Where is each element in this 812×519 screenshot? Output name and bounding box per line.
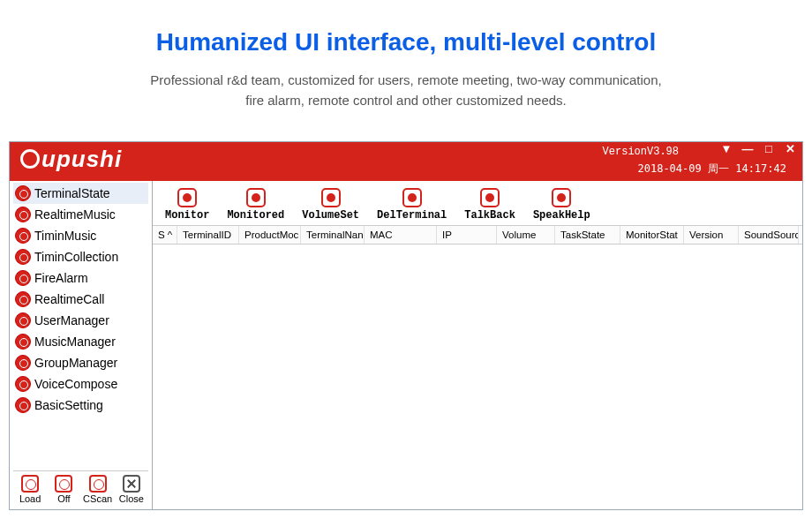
column-header-taskstate[interactable]: TaskState	[555, 226, 620, 244]
column-header-ip[interactable]: IP	[437, 226, 497, 244]
sidebar-bottom-bar: LoadOffCScanClose	[13, 470, 148, 508]
monitored-icon	[246, 188, 266, 207]
hero-sub-line1: Professional r&d team, customized for us…	[150, 72, 661, 87]
close-icon	[123, 475, 140, 493]
groupmanager-icon	[15, 355, 31, 371]
toolbar-volumeset-button[interactable]: VolumeSet	[302, 188, 359, 222]
sidebar-item-label: RealtimeMusic	[34, 207, 116, 222]
bottom-close-button[interactable]: Close	[117, 475, 147, 504]
column-header-terminalid[interactable]: TerminalID	[177, 226, 239, 244]
sidebar-item-label: RealtimeCall	[34, 292, 104, 306]
sidebar-item-realtimecall[interactable]: RealtimeCall	[13, 289, 148, 310]
sidebar: TerminalStateRealtimeMusicTiminMusicTimi…	[10, 181, 153, 509]
column-header-mac[interactable]: MAC	[365, 226, 437, 244]
maximize-button[interactable]: □	[762, 144, 776, 156]
minimize-button[interactable]: —	[741, 144, 755, 156]
cscan-icon	[89, 475, 107, 493]
sidebar-item-label: BasicSetting	[34, 398, 103, 412]
sidebar-item-label: TiminCollection	[34, 250, 118, 264]
close-button[interactable]: ✕	[783, 144, 797, 156]
sidebar-item-basicsetting[interactable]: BasicSetting	[13, 395, 148, 416]
toolbar-speakhelp-button[interactable]: SpeakHelp	[533, 188, 590, 222]
dropdown-button[interactable]: ▼	[719, 144, 733, 156]
realtimecall-icon	[15, 291, 31, 307]
sidebar-item-voicecompose[interactable]: VoiceCompose	[13, 373, 148, 395]
timestamp-label: 2018-04-09 周一 14:17:42	[638, 162, 787, 177]
titlebar: upushi VersionV3.98 2018-04-09 周一 14:17:…	[10, 142, 802, 181]
hero-sub-line2: fire alarm, remote control and other cus…	[245, 93, 567, 108]
talkback-icon	[480, 188, 500, 207]
firealarm-icon	[15, 270, 31, 286]
bottom-button-label: Load	[19, 493, 41, 504]
column-header-soundsourc[interactable]: SoundSourc	[739, 226, 799, 244]
sidebar-item-label: VoiceCompose	[34, 377, 117, 391]
toolbar-button-label: Monitor	[165, 209, 209, 222]
toolbar-button-label: SpeakHelp	[533, 209, 590, 222]
voicecompose-icon	[15, 376, 31, 392]
musicmanager-icon	[15, 334, 31, 350]
load-icon	[21, 475, 39, 493]
toolbar-talkback-button[interactable]: TalkBack	[464, 188, 515, 222]
sidebar-item-musicmanager[interactable]: MusicManager	[13, 331, 148, 352]
delterminal-icon	[402, 188, 422, 207]
sidebar-item-label: TiminMusic	[34, 229, 96, 243]
sidebar-item-label: FireAlarm	[34, 271, 88, 285]
sidebar-item-label: GroupManager	[34, 356, 117, 370]
speakhelp-icon	[552, 188, 571, 207]
toolbar-button-label: VolumeSet	[302, 209, 359, 222]
sidebar-item-label: MusicManager	[34, 335, 116, 349]
app-window: upushi VersionV3.98 2018-04-09 周一 14:17:…	[9, 141, 803, 510]
toolbar-button-label: TalkBack	[464, 209, 515, 222]
sidebar-item-terminalstate[interactable]: TerminalState	[13, 183, 148, 204]
toolbar-delterminal-button[interactable]: DelTerminal	[377, 188, 447, 222]
toolbar-monitor-button[interactable]: Monitor	[165, 188, 209, 222]
window-buttons: ▼ — □ ✕	[719, 144, 797, 156]
sidebar-item-usermanager[interactable]: UserManager	[13, 310, 148, 331]
timincollection-icon	[15, 249, 31, 265]
brand-logo: upushi	[20, 146, 122, 173]
toolbar-button-label: DelTerminal	[377, 209, 447, 222]
bottom-button-label: Close	[119, 493, 144, 504]
bottom-off-button[interactable]: Off	[49, 475, 79, 504]
toolbar: MonitorMonitoredVolumeSetDelTerminalTalk…	[153, 181, 802, 226]
column-header-terminalnan[interactable]: TerminalNan	[301, 226, 365, 244]
sidebar-item-groupmanager[interactable]: GroupManager	[13, 352, 148, 373]
column-header-version[interactable]: Version	[684, 226, 739, 244]
column-header-s-[interactable]: S ^	[153, 226, 177, 244]
toolbar-monitored-button[interactable]: Monitored	[227, 188, 284, 222]
content-area: MonitorMonitoredVolumeSetDelTerminalTalk…	[153, 181, 802, 509]
bottom-button-label: Off	[57, 493, 70, 504]
sidebar-item-label: UserManager	[34, 313, 109, 327]
toolbar-button-label: Monitored	[227, 209, 284, 222]
usermanager-icon	[15, 312, 31, 328]
column-header-productmoc[interactable]: ProductMoc	[239, 226, 301, 244]
brand-text: upushi	[41, 146, 122, 172]
sidebar-item-timincollection[interactable]: TiminCollection	[13, 246, 148, 267]
terminalstate-icon	[15, 185, 31, 201]
volumeset-icon	[321, 188, 341, 207]
column-header-monitorstat[interactable]: MonitorStat	[620, 226, 684, 244]
hero-subtitle: Professional r&d team, customized for us…	[0, 71, 812, 110]
monitor-icon	[177, 188, 197, 207]
basicsetting-icon	[15, 397, 31, 413]
grid-body	[153, 244, 802, 509]
sidebar-item-realtimemusic[interactable]: RealtimeMusic	[13, 204, 148, 225]
version-label: VersionV3.98	[603, 146, 679, 158]
grid-header: S ^TerminalIDProductMocTerminalNanMACIPV…	[153, 226, 802, 244]
bottom-load-button[interactable]: Load	[15, 475, 45, 504]
bottom-button-label: CScan	[83, 493, 112, 504]
brand-ring-icon	[20, 149, 40, 169]
sidebar-item-timinmusic[interactable]: TiminMusic	[13, 225, 148, 246]
sidebar-item-label: TerminalState	[34, 186, 110, 200]
timinmusic-icon	[15, 228, 31, 244]
bottom-cscan-button[interactable]: CScan	[83, 475, 113, 504]
hero-title: Humanized UI interface, multi-level cont…	[0, 28, 812, 56]
column-header-volume[interactable]: Volume	[497, 226, 555, 244]
realtimemusic-icon	[15, 207, 31, 222]
off-icon	[55, 475, 72, 493]
sidebar-item-firealarm[interactable]: FireAlarm	[13, 267, 148, 289]
